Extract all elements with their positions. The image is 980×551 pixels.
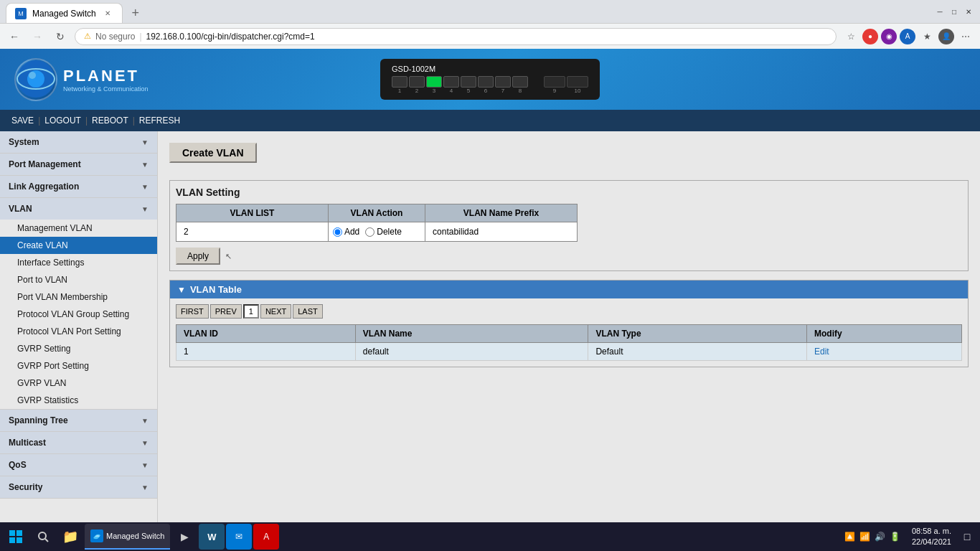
- window-controls: ─ □ ✕: [934, 6, 974, 17]
- radio-delete[interactable]: [365, 227, 374, 237]
- tab-close-btn[interactable]: ✕: [102, 8, 113, 19]
- battery-icon[interactable]: 🔋: [890, 532, 900, 542]
- save-btn[interactable]: SAVE: [11, 116, 34, 126]
- sidebar-item-port-management[interactable]: Port Management ▼: [0, 154, 157, 175]
- planet-text: PLANET Networking & Communication: [63, 67, 149, 93]
- tray-arrow-icon[interactable]: 🔼: [844, 532, 855, 542]
- radio-add[interactable]: [333, 227, 342, 237]
- close-btn[interactable]: ✕: [963, 6, 974, 17]
- address-input[interactable]: ⚠ No seguro | 192.168.0.100/cgi-bin/disp…: [75, 28, 837, 45]
- sidebar-item-gvrp-statistics[interactable]: GVRP Statistics: [0, 392, 157, 409]
- forward-btn[interactable]: →: [29, 28, 46, 45]
- apply-btn[interactable]: Apply: [176, 248, 220, 265]
- sidebar-item-management-vlan[interactable]: Management VLAN: [0, 220, 157, 237]
- sidebar-item-gvrp-setting[interactable]: GVRP Setting: [0, 340, 157, 357]
- reload-btn[interactable]: ↻: [52, 28, 69, 45]
- sep1: |: [38, 116, 40, 126]
- col-vlan-action: VLAN Action: [328, 204, 425, 222]
- sidebar-item-protocol-vlan-port[interactable]: Protocol VLAN Port Setting: [0, 323, 157, 340]
- pagination: FIRST PREV 1 NEXT LAST: [176, 304, 962, 319]
- tab-favicon: M: [15, 8, 27, 19]
- volume-icon[interactable]: 🔊: [875, 532, 885, 542]
- nav-section-qos: QoS ▼: [0, 454, 157, 476]
- logout-btn[interactable]: LOGOUT: [44, 116, 81, 126]
- browser-tab[interactable]: M Managed Switch ✕: [6, 3, 123, 23]
- td-vlan-name: default: [355, 343, 588, 361]
- radio-add-label[interactable]: Add: [333, 227, 359, 237]
- edit-link[interactable]: Edit: [814, 347, 829, 357]
- taskbar: 📁 Managed Switch ▶ W ✉ A 🔼 📶 🔊 🔋 08:58 a…: [0, 522, 980, 551]
- translate-icon[interactable]: A: [900, 29, 915, 44]
- sep2: |: [85, 116, 88, 126]
- port-9: 9: [544, 76, 565, 94]
- tab-strip: M Managed Switch ✕ +: [6, 0, 146, 23]
- sidebar-item-create-vlan[interactable]: Create VLAN: [0, 237, 157, 254]
- back-btn[interactable]: ←: [6, 28, 23, 45]
- sidebar-scroll[interactable]: System ▼ Port Management ▼ Link Aggregat…: [0, 131, 157, 551]
- vlan-data-table: VLAN ID VLAN Name VLAN Type Modify 1 def…: [176, 324, 962, 361]
- sidebar-item-link-aggregation[interactable]: Link Aggregation ▼: [0, 176, 157, 197]
- nav-section-port-management: Port Management ▼: [0, 154, 157, 176]
- sidebar-item-vlan[interactable]: VLAN ▼: [0, 198, 157, 220]
- extensions-btn[interactable]: ⋯: [957, 28, 974, 45]
- profile-icon[interactable]: 👤: [938, 29, 954, 44]
- nav-section-spanning-tree: Spanning Tree ▼: [0, 410, 157, 432]
- sidebar-item-qos[interactable]: QoS ▼: [0, 454, 157, 476]
- time-display: 08:58 a. m.: [912, 526, 951, 537]
- vlan-list-input[interactable]: [181, 225, 324, 238]
- terminal-btn[interactable]: ▶: [171, 524, 197, 550]
- new-tab-btn[interactable]: +: [126, 3, 146, 23]
- radio-delete-label[interactable]: Delete: [365, 227, 402, 237]
- page: PLANET Networking & Communication GSD-10…: [0, 49, 980, 551]
- security-arrow-icon: ▼: [141, 484, 149, 491]
- sidebar-item-security[interactable]: Security ▼: [0, 476, 157, 498]
- outlook-btn[interactable]: ✉: [226, 524, 252, 550]
- taskbar-right: 🔼 📶 🔊 🔋 08:58 a. m. 22/04/2021 □: [839, 526, 977, 548]
- start-btn[interactable]: [3, 524, 29, 550]
- sidebar-item-port-vlan-membership[interactable]: Port VLAN Membership: [0, 288, 157, 306]
- sidebar-item-port-to-vlan[interactable]: Port to VLAN: [0, 271, 157, 288]
- sidebar-item-spanning-tree[interactable]: Spanning Tree ▼: [0, 410, 157, 431]
- date-display: 22/04/2021: [912, 537, 951, 547]
- collapse-icon[interactable]: ▼: [177, 285, 186, 295]
- favorites-icon[interactable]: ★: [918, 28, 936, 45]
- sys-tray: 🔼 📶 🔊 🔋: [839, 532, 906, 542]
- vlan-table-section-header: ▼ VLAN Table: [170, 281, 968, 298]
- acrobat-btn[interactable]: A: [253, 524, 279, 550]
- shield-icon[interactable]: ◉: [881, 29, 897, 44]
- sidebar-item-gvrp-port-setting[interactable]: GVRP Port Setting: [0, 357, 157, 375]
- sidebar-item-protocol-vlan-group[interactable]: Protocol VLAN Group Setting: [0, 306, 157, 323]
- th-vlan-id: VLAN ID: [176, 325, 356, 343]
- first-page-btn[interactable]: FIRST: [176, 304, 209, 319]
- vlan-action-cell: Add Delete: [328, 222, 425, 242]
- port-management-arrow-icon: ▼: [141, 161, 149, 169]
- search-btn[interactable]: [30, 524, 56, 550]
- sidebar-item-gvrp-vlan[interactable]: GVRP VLAN: [0, 375, 157, 392]
- bookmark-star-icon[interactable]: ☆: [842, 28, 859, 45]
- browser-chrome: M Managed Switch ✕ + ─ □ ✕ ← → ↻ ⚠ No se…: [0, 0, 980, 49]
- current-page-btn[interactable]: 1: [243, 304, 259, 319]
- next-page-btn[interactable]: NEXT: [260, 304, 291, 319]
- nav-section-multicast: Multicast ▼: [0, 432, 157, 454]
- file-explorer-btn[interactable]: 📁: [57, 524, 83, 550]
- refresh-btn[interactable]: REFRESH: [139, 116, 180, 126]
- svg-rect-5: [17, 530, 22, 536]
- extension-icon[interactable]: ●: [862, 29, 878, 44]
- reboot-btn[interactable]: REBOOT: [92, 116, 128, 126]
- sidebar: System ▼ Port Management ▼ Link Aggregat…: [0, 131, 158, 551]
- maximize-btn[interactable]: □: [948, 6, 960, 17]
- network-icon[interactable]: 📶: [859, 532, 870, 542]
- radio-delete-text: Delete: [377, 227, 402, 237]
- planet-tagline: Networking & Communication: [63, 85, 149, 93]
- word-btn[interactable]: W: [199, 524, 225, 550]
- sidebar-item-multicast[interactable]: Multicast ▼: [0, 432, 157, 453]
- prev-page-btn[interactable]: PREV: [210, 304, 242, 319]
- vlan-name-input[interactable]: [430, 225, 573, 238]
- last-page-btn[interactable]: LAST: [293, 304, 323, 319]
- minimize-btn[interactable]: ─: [934, 6, 946, 17]
- notification-btn[interactable]: □: [957, 527, 977, 547]
- sidebar-item-interface-settings[interactable]: Interface Settings: [0, 254, 157, 271]
- edge-browser-app[interactable]: Managed Switch: [85, 524, 170, 550]
- sidebar-item-system[interactable]: System ▼: [0, 131, 157, 153]
- time-block[interactable]: 08:58 a. m. 22/04/2021: [912, 526, 951, 548]
